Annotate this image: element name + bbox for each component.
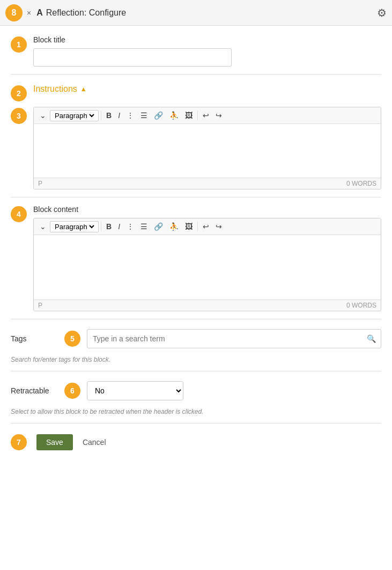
step4-row: 4 Block content ⌄ Paragraph B I <box>11 198 381 319</box>
block-content-toolbar: ⌄ Paragraph B I ⋮ ☰ 🔗 ⛹ 🖼 <box>34 218 381 235</box>
bc-link-btn[interactable]: 🔗 <box>151 221 166 232</box>
step3-badge: 3 <box>11 108 27 124</box>
italic-btn[interactable]: I <box>115 109 123 121</box>
step6-badge: 6 <box>64 383 80 399</box>
bc-paragraph-select-wrapper: Paragraph <box>50 221 99 232</box>
main-content: 1 Block title 2 Instructions ▲ 3 ⌄ Parag <box>0 26 392 459</box>
header-badge: 8 <box>5 4 23 21</box>
bc-bold-btn[interactable]: B <box>103 221 114 232</box>
bc-ordered-list-btn[interactable]: ☰ <box>138 221 150 232</box>
bc-word-count: 0 WORDS <box>346 302 376 309</box>
retractable-label: Retractable <box>11 386 64 395</box>
bc-tag: P <box>38 302 42 309</box>
ordered-list-btn[interactable]: ☰ <box>138 109 150 121</box>
block-content-editor: ⌄ Paragraph B I ⋮ ☰ 🔗 ⛹ 🖼 <box>33 218 381 311</box>
instructions-toggle[interactable]: Instructions ▲ <box>33 84 381 94</box>
bc-toolbar-divider-1 <box>101 222 101 231</box>
bullet-list-btn[interactable]: ⋮ <box>124 109 137 121</box>
redo-btn[interactable]: ↪ <box>213 109 225 121</box>
step1-row: 1 Block title <box>11 26 381 75</box>
tags-search-input[interactable] <box>87 329 381 348</box>
header: 8 × A Reflection: Configure ⚙ <box>0 0 392 26</box>
close-icon[interactable]: × <box>27 9 31 17</box>
title-icon: A <box>36 8 43 18</box>
bc-undo-btn[interactable]: ↩ <box>200 221 212 232</box>
block-content-label: Block content <box>33 205 381 214</box>
instructions-tag: P <box>38 180 42 187</box>
step7-badge: 7 <box>11 434 27 450</box>
block-title-input[interactable] <box>33 48 232 67</box>
instructions-editor-footer: P 0 WORDS <box>34 178 381 189</box>
instructions-toolbar: ⌄ Paragraph B I ⋮ ☰ 🔗 ⛹ 🖼 ↩ <box>34 107 381 124</box>
tags-hint: Search for/enter tags for this block. <box>11 356 381 363</box>
bc-toolbar-expand-btn[interactable]: ⌄ <box>37 221 49 232</box>
toolbar-expand-btn[interactable]: ⌄ <box>37 109 49 121</box>
instructions-editor-body[interactable] <box>34 124 381 178</box>
bc-image-btn[interactable]: 🖼 <box>182 221 195 232</box>
step5-row: Tags 5 🔍 <box>11 319 381 353</box>
step5-badge: 5 <box>64 331 80 347</box>
step6-row: Retractable 6 No Yes <box>11 371 381 405</box>
step6-section: Retractable 6 No Yes Select to allow thi… <box>11 371 381 423</box>
step4-content: Block content ⌄ Paragraph B I ⋮ ☰ <box>33 205 381 311</box>
step4-inner: 4 Block content ⌄ Paragraph B I <box>11 205 381 311</box>
step2-badge: 2 <box>11 85 27 101</box>
block-title-label: Block title <box>33 35 381 44</box>
step3-content: ⌄ Paragraph B I ⋮ ☰ 🔗 ⛹ 🖼 ↩ <box>33 107 381 189</box>
retractable-select[interactable]: No Yes <box>87 381 183 400</box>
step3-row: 3 ⌄ Paragraph B I ⋮ ☰ 🔗 ⛹ <box>11 101 381 198</box>
tags-search-wrapper: 🔍 <box>87 329 381 348</box>
paragraph-select-wrapper: Paragraph <box>50 110 99 121</box>
bc-redo-btn[interactable]: ↪ <box>213 221 225 232</box>
retractable-hint: Select to allow this block to be retract… <box>11 408 381 415</box>
save-button[interactable]: Save <box>36 434 73 450</box>
bc-paragraph-select[interactable]: Paragraph <box>53 222 96 231</box>
header-title: A Reflection: Configure <box>36 8 377 18</box>
step7-row: 7 Save Cancel <box>11 423 381 459</box>
undo-btn[interactable]: ↩ <box>200 109 212 121</box>
step1-content: Block title <box>33 35 381 67</box>
step4-badge: 4 <box>11 206 27 222</box>
instructions-word-count: 0 WORDS <box>346 180 376 187</box>
bc-italic-btn[interactable]: I <box>115 221 123 232</box>
search-icon: 🔍 <box>367 334 376 343</box>
bc-unlink-btn[interactable]: ⛹ <box>167 221 181 232</box>
instructions-editor: ⌄ Paragraph B I ⋮ ☰ 🔗 ⛹ 🖼 ↩ <box>33 107 381 189</box>
unlink-btn[interactable]: ⛹ <box>167 109 181 121</box>
title-text: Reflection: Configure <box>46 8 126 18</box>
image-btn[interactable]: 🖼 <box>182 109 195 121</box>
block-content-editor-footer: P 0 WORDS <box>34 299 381 311</box>
step5-section: Tags 5 🔍 Search for/enter tags for this … <box>11 319 381 371</box>
toolbar-divider-1 <box>101 111 101 120</box>
bc-bullet-list-btn[interactable]: ⋮ <box>124 221 137 232</box>
step2-row: 2 Instructions ▲ <box>11 75 381 101</box>
bold-btn[interactable]: B <box>103 109 114 121</box>
step2-content: Instructions ▲ <box>33 84 381 94</box>
toolbar-divider-2 <box>197 111 198 120</box>
instructions-label-text: Instructions <box>33 84 77 94</box>
tags-label: Tags <box>11 334 64 343</box>
link-btn[interactable]: 🔗 <box>151 109 166 121</box>
gear-icon[interactable]: ⚙ <box>377 6 387 19</box>
chevron-up-icon: ▲ <box>80 85 87 93</box>
cancel-button[interactable]: Cancel <box>80 434 108 450</box>
step1-badge: 1 <box>11 36 27 53</box>
paragraph-select[interactable]: Paragraph <box>53 111 96 120</box>
bc-toolbar-divider-2 <box>197 222 198 231</box>
block-content-editor-body[interactable] <box>34 235 381 299</box>
